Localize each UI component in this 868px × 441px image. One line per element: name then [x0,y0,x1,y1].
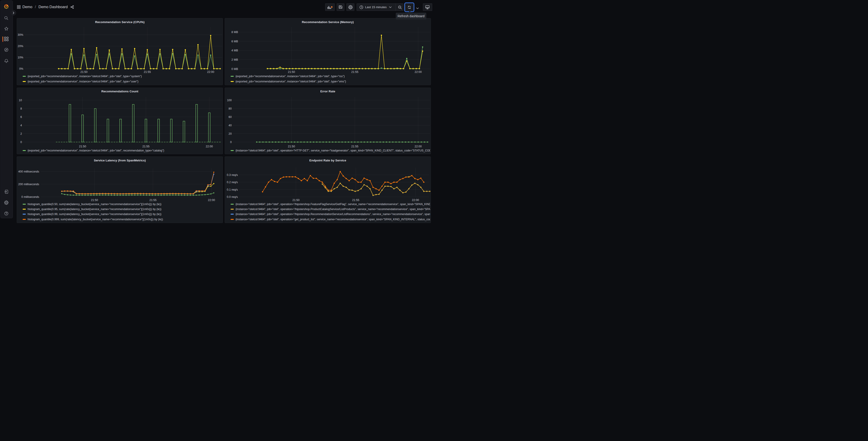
svg-text:21:55: 21:55 [142,145,149,148]
svg-text:22:00: 22:00 [206,145,213,148]
svg-text:8 MB: 8 MB [231,31,238,34]
svg-text:21:55: 21:55 [149,199,156,202]
svg-text:10%: 10% [18,56,23,59]
svg-text:0.0 req/s: 0.0 req/s [227,195,238,199]
svg-text:20: 20 [228,132,232,136]
svg-text:21:50: 21:50 [288,145,295,148]
svg-text:4: 4 [20,124,22,127]
svg-text:21:50: 21:50 [80,70,87,74]
svg-text:0.2 req/s: 0.2 req/s [227,181,238,184]
svg-text:22:00: 22:00 [414,145,422,148]
svg-text:200 milliseconds: 200 milliseconds [18,183,39,186]
svg-text:22:00: 22:00 [414,70,422,74]
svg-text:0.1 req/s: 0.1 req/s [227,188,238,191]
svg-text:0: 0 [20,141,22,144]
svg-text:21:50: 21:50 [91,199,98,202]
svg-text:21:55: 21:55 [352,199,359,202]
svg-text:0 milliseconds: 0 milliseconds [21,195,39,199]
svg-text:0%: 0% [19,67,23,70]
svg-text:6 MB: 6 MB [231,40,238,43]
svg-text:60: 60 [228,115,232,119]
svg-text:4 MB: 4 MB [231,49,238,52]
svg-text:2 MB: 2 MB [231,58,238,61]
svg-text:8: 8 [20,107,22,110]
svg-text:80: 80 [228,107,232,110]
svg-text:10: 10 [19,99,22,102]
svg-text:22:00: 22:00 [208,199,215,202]
svg-text:2: 2 [20,132,22,136]
svg-text:0.3 req/s: 0.3 req/s [227,173,238,177]
svg-text:20%: 20% [18,45,23,48]
svg-text:100: 100 [227,99,232,102]
svg-text:400 milliseconds: 400 milliseconds [18,170,39,173]
svg-text:21:55: 21:55 [351,70,358,74]
svg-text:40: 40 [228,124,232,127]
svg-text:21:50: 21:50 [79,145,86,148]
svg-text:0: 0 [230,141,232,144]
svg-text:22:00: 22:00 [412,199,419,202]
svg-text:0 MB: 0 MB [231,67,238,70]
svg-text:21:55: 21:55 [144,70,151,74]
svg-text:30%: 30% [18,33,23,36]
svg-text:21:50: 21:50 [288,70,295,74]
svg-text:21:50: 21:50 [292,199,299,202]
svg-text:6: 6 [20,115,22,119]
svg-text:21:55: 21:55 [351,145,358,148]
svg-text:22:00: 22:00 [207,70,214,74]
